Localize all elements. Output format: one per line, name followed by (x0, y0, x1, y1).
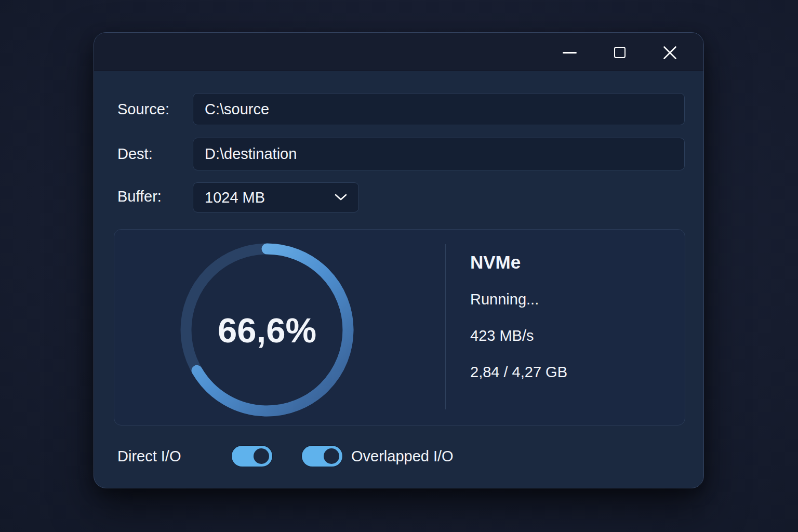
maximize-icon (614, 47, 626, 58)
buffer-label: Buffer: (117, 181, 162, 211)
direct-io-toggle[interactable] (232, 446, 272, 467)
buffer-value: 1024 MB (205, 189, 265, 206)
transferred-text: 2,84 / 4,27 GB (470, 361, 567, 383)
progress-panel: 66,6% NVMe Running... 423 MB/s 2,84 / 4,… (114, 229, 685, 425)
speed-text: 423 MB/s (470, 325, 567, 347)
progress-percent: 66,6% (179, 242, 355, 418)
status-text: Running... (470, 288, 567, 310)
chevron-down-icon (335, 194, 347, 201)
minimize-button[interactable] (557, 41, 581, 64)
direct-io-label: Direct I/O (117, 446, 181, 467)
maximize-button[interactable] (608, 41, 632, 64)
buffer-dropdown[interactable]: 1024 MB (193, 182, 359, 212)
overlapped-io-toggle-knob (324, 448, 339, 464)
titlebar[interactable] (94, 33, 703, 71)
device-name: NVMe (470, 250, 567, 274)
copy-tool-window: Source: Dest: Buffer: 1024 MB 66,6% NVMe (94, 32, 704, 488)
close-icon (663, 46, 677, 60)
panel-divider (445, 244, 446, 409)
overlapped-io-toggle[interactable] (302, 446, 342, 467)
source-input[interactable] (193, 93, 685, 125)
close-button[interactable] (658, 41, 682, 64)
overlapped-io-label: Overlapped I/O (351, 446, 454, 467)
minimize-icon (563, 52, 577, 54)
dest-input[interactable] (193, 138, 685, 170)
transfer-stats: NVMe Running... 423 MB/s 2,84 / 4,27 GB (470, 250, 567, 383)
source-label: Source: (117, 93, 169, 125)
direct-io-toggle-knob (254, 448, 269, 464)
dest-label: Dest: (117, 138, 153, 170)
